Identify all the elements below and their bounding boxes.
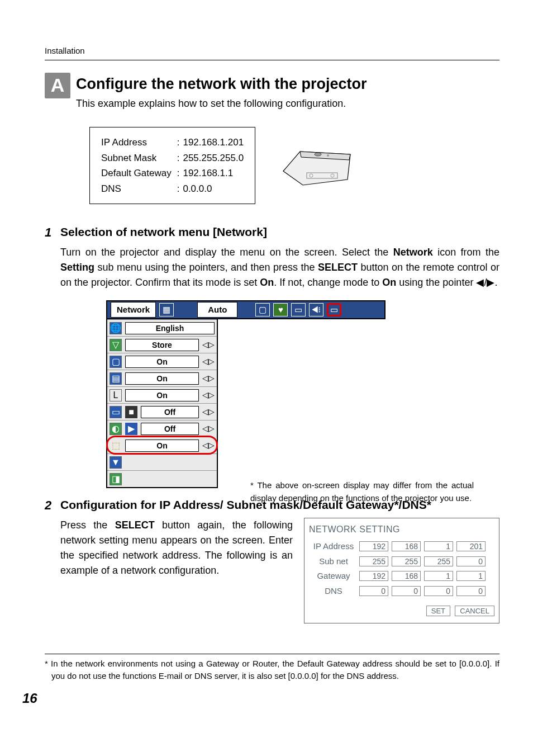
netset-label: DNS: [310, 584, 357, 598]
menu-row: ◨: [107, 470, 217, 487]
menu-row: ▼: [107, 453, 217, 470]
menu-row: ▽Store◁▷: [107, 336, 217, 353]
cancel-button[interactable]: CANCEL: [455, 606, 494, 616]
exit-icon: ◨: [110, 473, 122, 485]
arrows-icon: ◁▷: [202, 440, 215, 451]
menu-row: ▢On◁▷: [107, 353, 217, 370]
subnet-octet[interactable]: [456, 556, 486, 566]
store-icon: ▽: [110, 339, 122, 351]
network-setting-panel: NETWORK SETTING IP Address Sub net Gatew…: [304, 518, 499, 623]
dns-octet[interactable]: [392, 586, 421, 596]
screen-icon: ▢: [255, 303, 270, 316]
page-number: 16: [22, 688, 499, 708]
block-a-badge: A: [45, 73, 70, 98]
config-row: DNS:0.0.0.0: [101, 182, 244, 196]
footnote: * In the network environments not using …: [45, 658, 499, 683]
subnet-octet[interactable]: [359, 556, 388, 566]
menu-row: LOn◁▷: [107, 386, 217, 403]
config-box: IP Address:192.168.1.201 Subnet Mask:255…: [89, 127, 255, 204]
gateway-octet[interactable]: [424, 571, 453, 581]
sound-icon: ◀፧: [309, 303, 323, 316]
netset-row: IP Address: [310, 540, 487, 554]
step-2-body: Press the SELECT button again, the follo…: [60, 518, 293, 578]
logo-icon: L: [110, 389, 122, 401]
down-arrow-icon: ▼: [110, 456, 122, 469]
proj-icon: ■: [125, 406, 137, 418]
ceiling-icon: ▭: [110, 406, 122, 418]
netset-row: Sub net: [310, 555, 487, 569]
gateway-octet[interactable]: [359, 571, 388, 581]
arrows-icon: ◁▷: [202, 389, 215, 401]
svg-point-2: [315, 153, 321, 156]
network-setting-title: NETWORK SETTING: [309, 523, 494, 536]
arrows-icon: ◁▷: [202, 423, 215, 434]
step-number: 1: [45, 223, 56, 242]
rear-proj-icon: ▶: [125, 423, 137, 435]
lamp-icon: ♥: [273, 303, 288, 316]
osd-caption: * The above on-screen display may differ…: [250, 479, 474, 504]
arrows-icon: ◁▷: [202, 339, 215, 351]
block-a-subtitle: This example explains how to set the fol…: [76, 96, 367, 111]
menu-bar-network-label: Network: [111, 302, 156, 318]
network-menu-icon: ⬚: [110, 440, 122, 452]
display-icon: ▭: [291, 303, 306, 316]
netset-row: Gateway: [310, 569, 487, 583]
menu-row: ▭■Off◁▷: [107, 403, 217, 420]
osd-menu-rows: 🌐English ▽Store◁▷ ▢On◁▷ ▤On◁▷ LOn◁▷ ▭■Of…: [106, 319, 218, 488]
set-button[interactable]: SET: [426, 606, 450, 616]
menu-row: 🌐English: [107, 319, 217, 336]
osd-menu-figure: Network ▦ Auto ▢ ♥ ▭ ◀፧ ▭ 🌐English ▽Stor…: [106, 300, 499, 488]
block-a: A Configure the network with the project…: [45, 73, 499, 112]
step-number: 2: [45, 496, 56, 514]
ip-octet[interactable]: [392, 541, 421, 551]
globe-icon: 🌐: [110, 322, 122, 334]
arrows-icon: ◁▷: [202, 372, 215, 384]
network-icon: ▭: [327, 303, 341, 316]
step-1-body: Turn on the projector and display the me…: [60, 245, 499, 290]
arrows-icon: ◁▷: [202, 356, 215, 367]
netset-label: IP Address: [310, 540, 357, 554]
dns-octet[interactable]: [456, 586, 486, 596]
footnote-rule: [45, 654, 499, 654]
section-header: Installation: [45, 45, 499, 60]
bluescreen-icon: ▢: [110, 356, 122, 368]
subnet-octet[interactable]: [424, 556, 453, 566]
menu-row-network: ⬚On◁▷: [107, 437, 217, 453]
netset-label: Sub net: [310, 555, 357, 569]
display-setting-icon: ▤: [110, 372, 122, 385]
osd-menu-bar: Network ▦ Auto ▢ ♥ ▭ ◀፧ ▭: [106, 300, 386, 319]
step-1-heading: 1 Selection of network menu [Network]: [45, 223, 499, 242]
rear-icon: ◐: [110, 423, 122, 435]
ip-octet[interactable]: [359, 541, 388, 551]
input-icon: ▦: [159, 303, 174, 316]
netset-label: Gateway: [310, 569, 357, 583]
block-a-title: Configure the network with the projector: [76, 73, 367, 96]
config-row: Subnet Mask:255.255.255.0: [101, 151, 244, 166]
config-row: Default Gateway:192.168.1.1: [101, 166, 244, 181]
dns-octet[interactable]: [359, 586, 388, 596]
menu-row: ▤On◁▷: [107, 370, 217, 386]
menu-bar-auto-label: Auto: [197, 302, 237, 318]
ip-octet[interactable]: [424, 541, 453, 551]
gateway-octet[interactable]: [392, 571, 421, 581]
menu-row: ◐▶Off◁▷: [107, 420, 217, 437]
arrows-icon: ◁▷: [202, 406, 215, 418]
projector-illustration: [278, 140, 356, 191]
subnet-octet[interactable]: [392, 556, 421, 566]
svg-point-3: [327, 154, 329, 157]
netset-row: DNS: [310, 584, 487, 598]
gateway-octet[interactable]: [456, 571, 486, 581]
ip-octet[interactable]: [456, 541, 486, 551]
dns-octet[interactable]: [424, 586, 453, 596]
config-row: IP Address:192.168.1.201: [101, 135, 244, 150]
step-title: Selection of network menu [Network]: [60, 223, 267, 242]
